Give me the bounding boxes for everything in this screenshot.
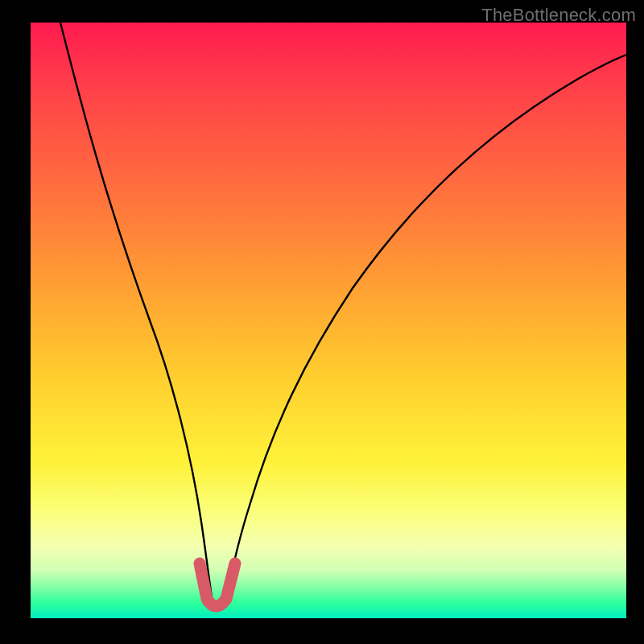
bottleneck-curve bbox=[60, 23, 626, 609]
chart-frame: TheBottleneck.com bbox=[0, 0, 644, 644]
curve-layer bbox=[31, 23, 626, 618]
valley-highlight bbox=[200, 564, 235, 606]
plot-area bbox=[31, 23, 626, 618]
